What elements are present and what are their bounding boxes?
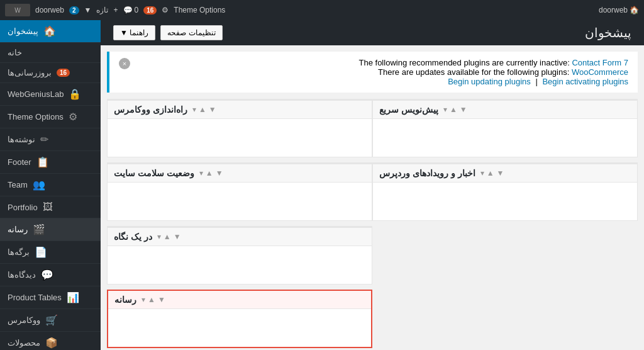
sidebar-item-products[interactable]: 📦 محصولات: [0, 332, 101, 350]
widget-site-health-title: وضعیت سلامت سایت: [114, 168, 194, 178]
woo-icon: 🛒: [45, 314, 58, 326]
products-icon: 📦: [45, 337, 58, 349]
sidebar-item-portfolio[interactable]: 🖼 Portfolio: [0, 196, 101, 218]
page-settings-button[interactable]: تنظیمات صفحه: [160, 25, 222, 40]
widget-media-body: [108, 309, 371, 347]
widget-woo-setup-controls: ▼ ▲ ▾: [192, 105, 216, 114]
sidebar-item-comments[interactable]: 💬 دیدگاه‌ها: [0, 264, 101, 286]
widget-woo-setup-header: ▼ ▲ ▾ راه‌اندازی ووکامرس: [108, 101, 372, 119]
sidebar-item-team[interactable]: 👥 Team: [0, 174, 101, 196]
notification-line1: The following recommended plugins are cu…: [119, 58, 628, 67]
admin-bar: W doorweb 2 ▼ تازه + 💬 0 16 ⚙ Theme Opti…: [0, 0, 644, 20]
widget-site-health-controls: ▼ ▲ ▾: [199, 169, 223, 178]
begin-updating-link[interactable]: Begin updating plugins: [448, 77, 531, 86]
widget-arrow-r3a[interactable]: ▼: [174, 232, 181, 241]
widget-arrow-r1b[interactable]: ▲: [199, 105, 206, 114]
sidebar-item-footer[interactable]: 📋 Footer: [0, 151, 101, 174]
widget-collapse-2[interactable]: ▾: [480, 169, 484, 178]
widget-at-glance-body: [108, 246, 372, 284]
widget-arrow-r3b[interactable]: ▲: [164, 232, 171, 241]
adminbar-add[interactable]: +: [113, 6, 118, 14]
begin-activating-link[interactable]: Begin activating plugins: [542, 77, 628, 86]
wp-logo[interactable]: W: [5, 4, 30, 16]
adminbar-left: W doorweb 2 ▼ تازه + 💬 0 16 ⚙ Theme Opti…: [5, 4, 225, 16]
updates-sidebar-badge: 16: [57, 69, 70, 77]
adminbar-theme-options[interactable]: Theme Options: [174, 6, 225, 14]
sidebar-item-woocommerce[interactable]: 🛒 ووکامرس: [0, 309, 101, 332]
widget-at-glance-controls: ▼ ▲ ▾: [157, 232, 181, 241]
widget-arrow-up-2[interactable]: ▲: [487, 169, 494, 178]
widget-arrow-r2a[interactable]: ▼: [216, 169, 223, 178]
adminbar-comments[interactable]: 💬 0: [123, 6, 139, 14]
widget-at-glance-header: ▼ ▲ ▾ در یک نگاه: [108, 228, 372, 246]
sidebar-item-updates[interactable]: 16 بروزرسانی‌ها: [0, 63, 101, 83]
adminbar-new[interactable]: تازه: [96, 6, 108, 14]
sidebar-item-media[interactable]: 🎬 رسانه: [0, 218, 101, 241]
widget-media-header: ▼ ▲ ▾ رسانه: [108, 291, 371, 309]
adminbar-updates[interactable]: ⚙: [162, 6, 169, 14]
widget-collapse-r2[interactable]: ▾: [199, 169, 203, 178]
widget-site-health: ▼ ▲ ▾ وضعیت سلامت سایت: [107, 162, 372, 221]
widget-arrow-r2b[interactable]: ▲: [206, 169, 213, 178]
notification-line3: Begin updating plugins | Begin activatin…: [119, 77, 628, 86]
sidebar-item-webgeniuslab[interactable]: 🔒 WebGeniusLab: [0, 83, 101, 106]
widget-woo-setup-title: راه‌اندازی ووکامرس: [114, 104, 187, 115]
contact-form-7-link[interactable]: Contact Form 7: [572, 58, 628, 67]
sidebar: 🏠 پیشخوان خانه 16 بروزرسانی‌ها 🔒 WebGeni…: [0, 20, 101, 350]
woocommerce-link[interactable]: WooCommerce: [572, 67, 628, 77]
pages-icon: 📄: [35, 246, 47, 258]
widgets-left-col: ▼ ▲ ▾ پیش‌نویس سریع ▼ ▲ ▾: [372, 99, 638, 350]
adminbar-yoast[interactable]: ▼: [84, 6, 92, 14]
guide-button[interactable]: راهنما ▼: [113, 25, 155, 40]
widget-collapse-r4[interactable]: ▾: [142, 295, 145, 304]
widget-at-glance-title: در یک نگاه: [114, 232, 152, 242]
widget-collapse-r3[interactable]: ▾: [157, 232, 161, 241]
sidebar-item-product-tables[interactable]: 📊 Product Tables: [0, 286, 101, 309]
notification-bar: × The following recommended plugins are …: [107, 52, 638, 93]
sidebar-item-home[interactable]: خانه: [0, 43, 101, 63]
gear-icon: ⚙: [69, 111, 77, 123]
main-wrapper: 🏠 پیشخوان خانه 16 بروزرسانی‌ها 🔒 WebGeni…: [0, 20, 644, 350]
widget-wp-news-title: اخبار و رویدادهای وردپرس: [379, 168, 475, 178]
sidebar-item-dashboard[interactable]: 🏠 پیشخوان: [0, 20, 101, 43]
page-title: پیشخوان: [585, 25, 631, 40]
adminbar-site[interactable]: doorweb: [35, 6, 64, 14]
widget-quick-draft: ▼ ▲ ▾ پیش‌نویس سریع: [372, 99, 638, 157]
widget-arrow-down-2[interactable]: ▼: [497, 169, 504, 178]
sidebar-item-theme-options[interactable]: ⚙ Theme Options: [0, 106, 101, 128]
widget-collapse-r1[interactable]: ▾: [192, 105, 196, 114]
widget-at-glance: ▼ ▲ ▾ در یک نگاه: [107, 226, 372, 285]
widget-arrow-r4a[interactable]: ▼: [158, 295, 165, 304]
notification-close-button[interactable]: ×: [119, 58, 130, 69]
comments-icon: 💬: [41, 269, 53, 281]
widget-arrow-r4b[interactable]: ▲: [148, 295, 155, 304]
widgets-right-col: ▼ ▲ ▾ راه‌اندازی ووکامرس ▼ ▲ ▾: [107, 99, 372, 350]
widget-woo-setup: ▼ ▲ ▾ راه‌اندازی ووکامرس: [107, 99, 372, 157]
notification-line2: There are updates available for the foll…: [119, 67, 628, 77]
widget-site-health-header: ▼ ▲ ▾ وضعیت سلامت سایت: [108, 164, 372, 183]
page-header: پیشخوان تنظیمات صفحه راهنما ▼: [101, 20, 644, 45]
widget-quick-draft-title: پیش‌نویس سریع: [379, 104, 438, 115]
adminbar-user[interactable]: doorweb 🏠: [599, 6, 639, 14]
widget-site-health-body: [108, 183, 372, 220]
widget-wp-news-header: ▼ ▲ ▾ اخبار و رویدادهای وردپرس: [373, 164, 637, 183]
widget-collapse[interactable]: ▾: [443, 105, 447, 114]
sidebar-item-pages[interactable]: 📄 برگه‌ها: [0, 241, 101, 264]
widget-arrow-up[interactable]: ▲: [450, 105, 457, 114]
media-icon: 🎬: [33, 223, 45, 235]
widget-arrow-down[interactable]: ▼: [460, 105, 467, 114]
table-icon: 📊: [67, 291, 79, 303]
sidebar-item-posts[interactable]: ✏ نوشته‌ها: [0, 128, 101, 151]
lock-icon: 🔒: [69, 88, 81, 100]
main-content: پیشخوان تنظیمات صفحه راهنما ▼ × The foll…: [101, 20, 644, 350]
widget-quick-draft-body: [373, 119, 637, 157]
widget-woo-setup-body: [108, 119, 372, 157]
widget-media: ➜ ▼ ▲ ▾ رسانه: [107, 290, 372, 348]
widget-arrow-r1a[interactable]: ▼: [209, 105, 216, 114]
footer-icon: 📋: [36, 156, 49, 168]
edit-icon: ✏: [40, 133, 48, 145]
widget-wp-news-body: [373, 183, 637, 220]
adminbar-right: doorweb 🏠: [599, 6, 639, 14]
widget-quick-draft-controls: ▼ ▲ ▾: [443, 105, 467, 114]
widget-wp-news: ▼ ▲ ▾ اخبار و رویدادهای وردپرس: [372, 162, 638, 221]
